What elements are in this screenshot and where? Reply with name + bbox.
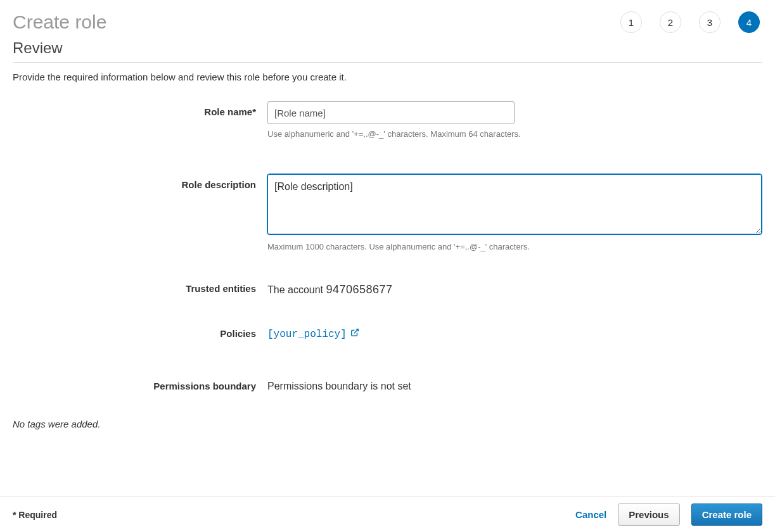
trusted-entities-label: Trusted entities [13, 278, 267, 294]
create-role-button[interactable]: Create role [691, 504, 762, 526]
svg-line-0 [354, 329, 358, 333]
role-description-textarea[interactable] [267, 174, 762, 234]
policy-link-text: [your_policy] [267, 329, 347, 340]
permissions-boundary-label: Permissions boundary [13, 376, 267, 391]
wizard-steps: 1 2 3 4 [620, 11, 762, 33]
external-link-icon [350, 328, 359, 340]
policies-label: Policies [13, 323, 267, 339]
footer: * Required Cancel Previous Create role [0, 497, 775, 532]
step-3[interactable]: 3 [699, 11, 721, 33]
section-title: Review [0, 39, 775, 62]
step-1[interactable]: 1 [620, 11, 642, 33]
step-4[interactable]: 4 [738, 11, 760, 33]
role-description-label: Role description [13, 174, 267, 190]
divider [13, 62, 762, 63]
role-name-hint: Use alphanumeric and '+=,.@-_' character… [267, 129, 762, 139]
role-name-input[interactable] [267, 101, 515, 124]
cancel-button[interactable]: Cancel [575, 509, 606, 520]
section-intro: Provide the required information below a… [0, 72, 775, 101]
tags-note: No tags were added. [0, 419, 775, 429]
page-title: Create role [13, 11, 106, 33]
policy-link[interactable]: [your_policy] [267, 323, 359, 340]
permissions-boundary-value: Permissions boundary is not set [267, 376, 762, 392]
role-description-hint: Maximum 1000 characters. Use alphanumeri… [267, 242, 762, 251]
role-name-label: Role name* [13, 101, 267, 117]
step-2[interactable]: 2 [660, 11, 681, 33]
required-note: * Required [13, 510, 57, 520]
previous-button[interactable]: Previous [618, 504, 679, 526]
trusted-entities-value: The account 9470658677 [267, 278, 762, 296]
